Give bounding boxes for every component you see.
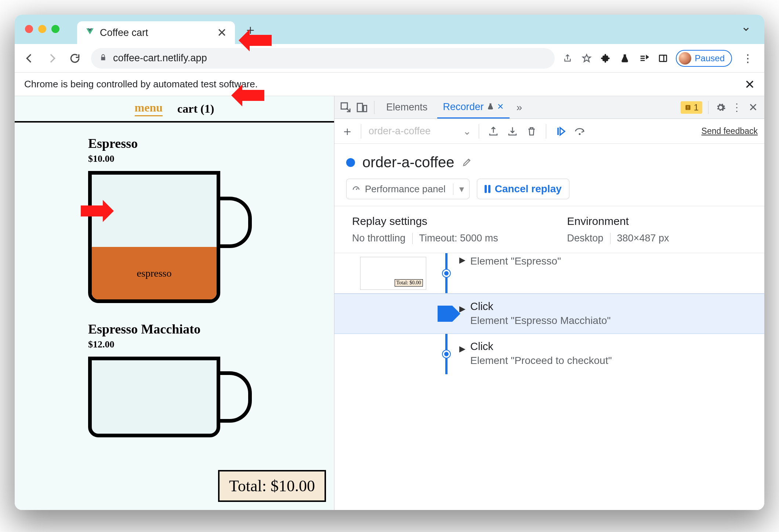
step-subtitle: Element "Espresso Macchiato" bbox=[470, 315, 764, 327]
product-price: $10.00 bbox=[88, 153, 334, 164]
browser-window: Coffee cart ✕ ＋ ⌄ coffee-cart.netlify.ap… bbox=[15, 15, 764, 510]
devtools-close-icon[interactable]: ✕ bbox=[747, 101, 759, 114]
recording-dot-icon bbox=[346, 158, 355, 167]
device-toggle-icon[interactable] bbox=[356, 101, 368, 114]
tab-close-icon[interactable]: ✕ bbox=[497, 102, 504, 112]
sidepanel-icon[interactable] bbox=[657, 52, 669, 65]
forward-button[interactable] bbox=[43, 49, 62, 68]
bookmark-icon[interactable] bbox=[580, 52, 593, 65]
recorder-toolbar: ＋ order-a-coffee ⌄ Send feedback bbox=[334, 119, 764, 144]
close-tab-icon[interactable]: ✕ bbox=[217, 26, 227, 40]
step-title: Click bbox=[470, 340, 764, 353]
step-row[interactable]: ▶ Click Element "Espresso Macchiato" bbox=[334, 294, 764, 334]
product-espresso: Espresso $10.00 espresso bbox=[88, 136, 334, 303]
devtools-more-icon[interactable]: ⋮ bbox=[731, 101, 743, 114]
tab-title: Coffee cart bbox=[100, 27, 148, 39]
address-bar[interactable]: coffee-cart.netlify.app bbox=[91, 48, 555, 69]
titlebar: Coffee cart ✕ ＋ ⌄ bbox=[15, 15, 764, 44]
automation-message: Chrome is being controlled by automated … bbox=[24, 79, 258, 90]
recorder-steps: Total: $0.00 ▶ Click Element "Espresso" … bbox=[334, 253, 764, 374]
expand-icon[interactable]: ▶ bbox=[459, 255, 465, 265]
svg-point-11 bbox=[579, 133, 581, 135]
import-icon[interactable] bbox=[506, 124, 519, 138]
product-cup-button[interactable] bbox=[88, 357, 235, 489]
product-name: Espresso Macchiato bbox=[88, 321, 334, 337]
expand-icon[interactable]: ▶ bbox=[459, 304, 465, 314]
recording-dropdown[interactable]: order-a-coffee ⌄ bbox=[369, 123, 471, 139]
close-window-button[interactable] bbox=[25, 25, 33, 33]
export-icon[interactable] bbox=[486, 124, 500, 138]
svg-rect-8 bbox=[688, 106, 688, 108]
settings-gear-icon[interactable] bbox=[714, 101, 727, 114]
chevron-down-icon[interactable]: ▾ bbox=[453, 183, 464, 195]
devtools-tabstrip: Elements Recorder ✕ » 1 ⋮ ✕ bbox=[334, 96, 764, 119]
performance-panel-button[interactable]: Performance panel ▾ bbox=[346, 179, 470, 199]
zoom-window-button[interactable] bbox=[51, 25, 59, 33]
inspect-icon[interactable] bbox=[340, 101, 352, 114]
step-over-icon[interactable] bbox=[573, 124, 587, 138]
tabs-more-icon[interactable]: » bbox=[513, 101, 526, 114]
new-tab-button[interactable]: ＋ bbox=[244, 21, 257, 39]
recording-title: order-a-coffee bbox=[362, 154, 454, 171]
product-macchiato: Espresso Macchiato $12.00 bbox=[88, 321, 334, 489]
toolbar-right: Paused ⋮ bbox=[561, 50, 759, 67]
pause-icon bbox=[485, 185, 490, 193]
nav-menu-link[interactable]: menu bbox=[135, 101, 163, 116]
replay-button[interactable] bbox=[554, 124, 568, 138]
expand-icon[interactable]: ▶ bbox=[459, 344, 465, 354]
delete-icon[interactable] bbox=[525, 124, 539, 138]
reload-button[interactable] bbox=[65, 49, 84, 68]
window-controls bbox=[25, 25, 59, 33]
labs-icon[interactable] bbox=[619, 52, 631, 65]
environment-header: Environment bbox=[567, 215, 747, 227]
browser-tab[interactable]: Coffee cart ✕ bbox=[77, 21, 235, 44]
step-row[interactable]: Total: $0.00 ▶ Click Element "Espresso" bbox=[334, 253, 764, 294]
lock-icon bbox=[99, 54, 107, 63]
tab-recorder[interactable]: Recorder ✕ bbox=[437, 96, 510, 119]
overflow-menu-icon[interactable]: ⋮ bbox=[739, 52, 757, 65]
webpage-viewport: menu cart (1) Espresso $10.00 espresso E… bbox=[15, 96, 334, 510]
viewport-value: 380×487 px bbox=[617, 233, 669, 244]
product-name: Espresso bbox=[88, 136, 334, 151]
cancel-replay-button[interactable]: Cancel replay bbox=[477, 179, 569, 199]
step-thumbnail: Total: $0.00 bbox=[360, 257, 426, 290]
step-subtitle: Element "Espresso" bbox=[470, 255, 764, 267]
products-list: Espresso $10.00 espresso Espresso Macchi… bbox=[15, 123, 334, 507]
new-recording-button[interactable]: ＋ bbox=[341, 123, 354, 140]
replay-settings-header: Replay settings bbox=[352, 215, 532, 227]
automation-infobar: Chrome is being controlled by automated … bbox=[15, 73, 764, 96]
back-button[interactable] bbox=[20, 49, 39, 68]
share-icon[interactable] bbox=[561, 52, 574, 65]
tabs-overflow-icon[interactable]: ⌄ bbox=[741, 19, 751, 34]
total-label: Total: $10.00 bbox=[229, 477, 315, 495]
timeout-value[interactable]: Timeout: 5000 ms bbox=[419, 233, 498, 244]
thumb-total: Total: $0.00 bbox=[395, 279, 423, 287]
media-icon[interactable] bbox=[638, 52, 650, 65]
issues-count: 1 bbox=[694, 102, 699, 113]
browser-toolbar: coffee-cart.netlify.app Paused ⋮ bbox=[15, 44, 764, 73]
automation-close-icon[interactable]: ✕ bbox=[744, 77, 755, 92]
minimize-window-button[interactable] bbox=[38, 25, 46, 33]
paused-label: Paused bbox=[695, 53, 725, 63]
flask-icon bbox=[487, 101, 494, 113]
chevron-down-icon: ⌄ bbox=[463, 125, 471, 137]
edit-title-icon[interactable] bbox=[462, 154, 472, 171]
content-split: menu cart (1) Espresso $10.00 espresso E… bbox=[15, 96, 764, 510]
svg-rect-2 bbox=[659, 55, 667, 61]
product-cup-button[interactable]: espresso bbox=[88, 171, 235, 303]
step-row[interactable]: ▶ Click Element "Proceed to checkout" bbox=[334, 334, 764, 374]
device-value: Desktop bbox=[567, 233, 604, 244]
total-button[interactable]: Total: $10.00 bbox=[218, 470, 326, 502]
throttling-value[interactable]: No throttling bbox=[352, 233, 406, 244]
product-price: $12.00 bbox=[88, 339, 334, 350]
step-title: Click bbox=[470, 300, 764, 313]
url-text: coffee-cart.netlify.app bbox=[113, 52, 207, 64]
tab-elements[interactable]: Elements bbox=[380, 96, 434, 119]
extensions-icon[interactable] bbox=[599, 52, 612, 65]
issues-badge[interactable]: 1 bbox=[681, 101, 702, 114]
page-nav: menu cart (1) bbox=[15, 96, 334, 123]
nav-cart-link[interactable]: cart (1) bbox=[177, 102, 214, 116]
send-feedback-link[interactable]: Send feedback bbox=[702, 126, 758, 136]
profile-paused-chip[interactable]: Paused bbox=[676, 50, 732, 67]
svg-rect-6 bbox=[363, 105, 367, 112]
